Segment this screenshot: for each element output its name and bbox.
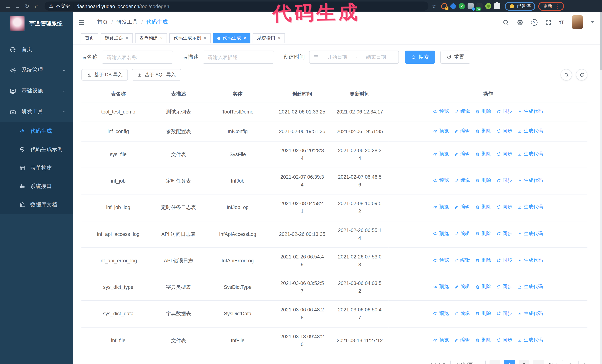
tab-form-builder[interactable]: 表单构建 (135, 33, 167, 43)
browser-forward-icon[interactable] (13, 1, 22, 11)
delete-action[interactable]: 删除 (475, 108, 491, 115)
refresh-table-button[interactable] (576, 69, 587, 81)
generate-code-action[interactable]: 生成代码 (517, 150, 543, 158)
breadcrumb-item[interactable]: 首页 (97, 19, 108, 26)
date-range-picker[interactable]: 开始日期 - 结束日期 (309, 51, 399, 63)
help-icon[interactable] (531, 19, 537, 26)
generate-code-action[interactable]: 生成代码 (517, 127, 543, 135)
extension-icon[interactable] (459, 3, 465, 9)
delete-action[interactable]: 删除 (475, 203, 491, 211)
avatar[interactable] (572, 15, 583, 29)
table-name-input[interactable] (102, 51, 173, 63)
preview-action[interactable]: 预览 (433, 257, 449, 264)
tab-tracing[interactable]: 链路追踪 (101, 33, 133, 43)
page-size-select[interactable]: 10条/页 (450, 360, 486, 364)
app-logo[interactable]: 芋道管理系统 (0, 12, 73, 34)
edit-action[interactable]: 编辑 (454, 108, 470, 115)
sidebar-fold-icon[interactable] (78, 19, 85, 26)
edit-action[interactable]: 编辑 (454, 177, 470, 184)
tab-codegen[interactable]: 代码生成 (213, 33, 250, 43)
sidebar-item-infra[interactable]: 基础设施 (0, 81, 73, 101)
tab-home[interactable]: 首页 (81, 33, 98, 43)
close-icon[interactable] (126, 35, 129, 41)
browser-back-icon[interactable] (3, 1, 13, 11)
preview-action[interactable]: 预览 (433, 177, 449, 184)
delete-action[interactable]: 删除 (475, 127, 491, 135)
kebab-menu-icon[interactable] (555, 3, 559, 9)
delete-action[interactable]: 删除 (475, 150, 491, 158)
edit-action[interactable]: 编辑 (454, 203, 470, 211)
delete-action[interactable]: 删除 (475, 230, 491, 237)
generate-code-action[interactable]: 生成代码 (517, 283, 543, 291)
sidebar-item-system-api[interactable]: 系统接口 (0, 177, 73, 196)
edit-action[interactable]: 编辑 (454, 230, 470, 237)
sync-action[interactable]: 同步 (496, 108, 512, 115)
delete-action[interactable]: 删除 (475, 336, 491, 344)
delete-action[interactable]: 删除 (475, 283, 491, 291)
import-db-button[interactable]: 基于 DB 导入 (81, 69, 128, 81)
edit-action[interactable]: 编辑 (454, 310, 470, 317)
search-button[interactable]: 搜索 (405, 51, 435, 63)
sync-action[interactable]: 同步 (496, 177, 512, 184)
page-button-2[interactable]: 2 (519, 360, 529, 364)
sync-action[interactable]: 同步 (496, 230, 512, 237)
generate-code-action[interactable]: 生成代码 (517, 336, 543, 344)
tab-system-api[interactable]: 系统接口 (253, 33, 285, 43)
update-button[interactable]: 更新 (538, 2, 564, 10)
sync-action[interactable]: 同步 (496, 150, 512, 158)
breadcrumb-item[interactable]: 研发工具 (116, 19, 138, 26)
page-button-1[interactable]: 1 (504, 360, 515, 364)
delete-action[interactable]: 删除 (475, 310, 491, 317)
close-icon[interactable] (278, 35, 281, 41)
goto-page-input[interactable] (562, 360, 579, 364)
extension-icon[interactable]: on (477, 3, 483, 9)
browser-home-icon[interactable] (32, 1, 42, 11)
github-icon[interactable] (516, 19, 523, 26)
sync-action[interactable]: 同步 (496, 127, 512, 135)
import-sql-button[interactable]: 基于 SQL 导入 (132, 69, 181, 81)
toggle-search-button[interactable] (560, 69, 572, 81)
generate-code-action[interactable]: 生成代码 (517, 177, 543, 184)
preview-action[interactable]: 预览 (433, 203, 449, 211)
preview-action[interactable]: 预览 (433, 336, 449, 344)
preview-action[interactable]: 预览 (433, 230, 449, 237)
profile-paused-pill[interactable]: 已暂停 (505, 2, 536, 10)
extensions-puzzle-icon[interactable] (494, 3, 501, 9)
preview-action[interactable]: 预览 (433, 150, 449, 158)
next-page-button[interactable] (533, 360, 544, 364)
edit-action[interactable]: 编辑 (454, 336, 470, 344)
sync-action[interactable]: 同步 (496, 257, 512, 264)
edit-action[interactable]: 编辑 (454, 283, 470, 291)
generate-code-action[interactable]: 生成代码 (517, 230, 543, 237)
sync-action[interactable]: 同步 (496, 310, 512, 317)
sync-action[interactable]: 同步 (496, 336, 512, 344)
scrollbar-thumb[interactable] (600, 12, 602, 70)
preview-action[interactable]: 预览 (433, 310, 449, 317)
address-bar[interactable]: 不安全 dashboard.yudao.iocoder.cn/tool/code… (44, 1, 429, 11)
preview-action[interactable]: 预览 (433, 127, 449, 135)
security-chip[interactable]: 不安全 (49, 3, 70, 10)
tab-codegen-example[interactable]: 代码生成示例 (169, 33, 211, 43)
bookmark-star-icon[interactable] (431, 3, 437, 10)
edit-action[interactable]: 编辑 (454, 150, 470, 158)
sidebar-item-db-doc[interactable]: 数据库文档 (0, 196, 73, 214)
extension-icon[interactable] (468, 3, 474, 9)
font-size-icon[interactable]: tT (559, 19, 564, 25)
fullscreen-icon[interactable] (545, 19, 552, 26)
extension-icon[interactable]: 1 (441, 3, 447, 9)
sidebar-item-system[interactable]: 系统管理 (0, 60, 73, 81)
sync-action[interactable]: 同步 (496, 283, 512, 291)
generate-code-action[interactable]: 生成代码 (517, 108, 543, 115)
sidebar-item-form-builder[interactable]: 表单构建 (0, 159, 73, 177)
preview-action[interactable]: 预览 (433, 108, 449, 115)
window-scrollbar[interactable] (600, 12, 602, 364)
sidebar-item-home[interactable]: 首页 (0, 39, 73, 60)
delete-action[interactable]: 删除 (475, 177, 491, 184)
close-icon[interactable] (243, 35, 246, 41)
delete-action[interactable]: 删除 (475, 257, 491, 264)
close-icon[interactable] (160, 35, 163, 41)
close-icon[interactable] (204, 35, 206, 41)
edit-action[interactable]: 编辑 (454, 257, 470, 264)
search-icon[interactable] (503, 19, 509, 26)
reset-button[interactable]: 重置 (440, 51, 470, 63)
